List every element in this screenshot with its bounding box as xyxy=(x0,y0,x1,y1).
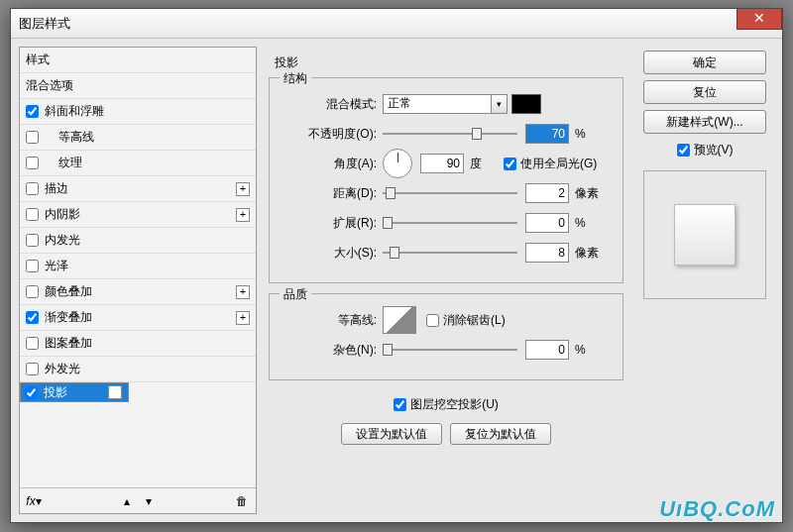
styles-header-label: 样式 xyxy=(26,52,50,68)
knockout-checkbox[interactable] xyxy=(394,398,406,411)
antialias-label: 消除锯齿(L) xyxy=(443,312,506,329)
cancel-button[interactable]: 复位 xyxy=(643,80,766,104)
trash-icon[interactable]: 🗑 xyxy=(234,493,250,509)
size-unit: 像素 xyxy=(575,245,609,262)
spread-slider[interactable] xyxy=(383,220,517,226)
style-row-4[interactable]: 内阴影+ xyxy=(20,202,256,228)
style-row-11[interactable]: 投影+ xyxy=(20,382,129,402)
add-effect-icon[interactable]: + xyxy=(236,285,250,299)
defaults-row: 设置为默认值 复位为默认值 xyxy=(269,420,623,448)
dialog-body: 样式 混合选项 斜面和浮雕等高线纹理描边+内阴影+内发光光泽颜色叠加+渐变叠加+… xyxy=(11,39,782,522)
add-effect-icon[interactable]: + xyxy=(236,182,250,196)
antialias-checkbox[interactable] xyxy=(426,314,439,327)
quality-fieldset: 品质 等高线: 消除锯齿(L) 杂色(N): 0 % xyxy=(269,293,623,380)
preview-box xyxy=(643,170,766,299)
style-checkbox[interactable] xyxy=(26,260,39,272)
noise-input[interactable]: 0 xyxy=(525,340,569,360)
style-row-1[interactable]: 等高线 xyxy=(20,125,256,151)
style-checkbox[interactable] xyxy=(26,105,39,118)
style-label: 等高线 xyxy=(58,129,94,146)
style-row-2[interactable]: 纹理 xyxy=(20,151,256,176)
new-style-button[interactable]: 新建样式(W)... xyxy=(643,110,766,134)
opacity-slider[interactable] xyxy=(383,131,517,137)
titlebar[interactable]: 图层样式 ✕ xyxy=(11,9,782,39)
style-checkbox[interactable] xyxy=(26,285,39,298)
angle-dial[interactable] xyxy=(383,149,412,178)
fx-icon[interactable]: fx▾ xyxy=(26,493,42,509)
size-input[interactable]: 8 xyxy=(525,243,569,263)
spread-input[interactable]: 0 xyxy=(525,213,569,233)
blend-mode-select[interactable]: 正常 ▾ xyxy=(383,94,508,114)
distance-input[interactable]: 2 xyxy=(525,183,569,203)
contour-picker[interactable] xyxy=(383,306,416,334)
distance-slider[interactable] xyxy=(383,190,517,196)
style-row-5[interactable]: 内发光 xyxy=(20,228,256,254)
styles-header[interactable]: 样式 xyxy=(20,48,256,73)
spread-unit: % xyxy=(575,216,609,230)
angle-label: 角度(A): xyxy=(283,156,383,172)
preview-swatch xyxy=(674,204,736,266)
knockout-label: 图层挖空投影(U) xyxy=(410,396,499,413)
quality-legend: 品质 xyxy=(280,286,311,303)
style-row-0[interactable]: 斜面和浮雕 xyxy=(20,99,256,125)
angle-unit: 度 xyxy=(470,156,504,172)
noise-label: 杂色(N): xyxy=(283,342,383,359)
style-row-3[interactable]: 描边+ xyxy=(20,176,256,202)
style-label: 纹理 xyxy=(58,155,82,171)
style-checkbox[interactable] xyxy=(25,386,38,399)
noise-row: 杂色(N): 0 % xyxy=(283,336,609,364)
style-checkbox[interactable] xyxy=(26,311,39,324)
set-default-button[interactable]: 设置为默认值 xyxy=(341,423,442,445)
style-checkbox[interactable] xyxy=(26,157,39,169)
down-icon[interactable]: ▾ xyxy=(141,493,157,509)
section-title: 投影 xyxy=(275,54,623,71)
angle-row: 角度(A): 90 度 使用全局光(G) xyxy=(283,150,609,177)
up-icon[interactable]: ▴ xyxy=(119,493,135,509)
style-checkbox[interactable] xyxy=(26,182,39,195)
style-row-6[interactable]: 光泽 xyxy=(20,254,256,279)
settings-panel: 投影 结构 混合模式: 正常 ▾ 不透明度(O): 70 % xyxy=(257,47,635,514)
global-light-label: 使用全局光(G) xyxy=(520,156,597,172)
spread-label: 扩展(R): xyxy=(283,215,383,232)
style-label: 渐变叠加 xyxy=(45,309,92,326)
blend-mode-label: 混合模式: xyxy=(283,96,383,113)
style-label: 投影 xyxy=(44,384,67,401)
angle-input[interactable]: 90 xyxy=(420,154,464,173)
style-row-10[interactable]: 外发光 xyxy=(20,357,256,382)
contour-row: 等高线: 消除锯齿(L) xyxy=(283,306,609,334)
global-light-checkbox[interactable] xyxy=(504,158,516,170)
style-row-8[interactable]: 渐变叠加+ xyxy=(20,305,256,331)
watermark: UıBQ.CoM xyxy=(659,496,775,522)
reset-default-button[interactable]: 复位为默认值 xyxy=(450,423,551,445)
noise-slider[interactable] xyxy=(383,347,517,353)
dialog-title: 图层样式 xyxy=(19,15,70,33)
style-label: 斜面和浮雕 xyxy=(45,103,104,120)
style-label: 光泽 xyxy=(45,258,68,274)
style-checkbox[interactable] xyxy=(26,131,39,144)
close-button[interactable]: ✕ xyxy=(736,9,782,30)
styles-list: 样式 混合选项 斜面和浮雕等高线纹理描边+内阴影+内发光光泽颜色叠加+渐变叠加+… xyxy=(20,48,256,487)
style-checkbox[interactable] xyxy=(26,234,39,247)
knockout-row: 图层挖空投影(U) xyxy=(269,390,623,418)
preview-checkbox[interactable] xyxy=(677,144,690,157)
style-label: 外发光 xyxy=(45,361,80,377)
style-checkbox[interactable] xyxy=(26,363,39,375)
opacity-input[interactable]: 70 xyxy=(525,124,569,144)
style-checkbox[interactable] xyxy=(26,337,39,350)
blend-options-row[interactable]: 混合选项 xyxy=(20,73,256,99)
style-label: 内阴影 xyxy=(45,206,80,223)
preview-toggle-row: 预览(V) xyxy=(643,142,766,159)
shadow-color-swatch[interactable] xyxy=(511,94,541,114)
opacity-unit: % xyxy=(575,127,609,141)
ok-button[interactable]: 确定 xyxy=(643,51,766,74)
style-checkbox[interactable] xyxy=(26,208,39,221)
add-effect-icon[interactable]: + xyxy=(236,208,250,222)
layer-style-dialog: 图层样式 ✕ 样式 混合选项 斜面和浮雕等高线纹理描边+内阴影+内发光光泽颜色叠… xyxy=(10,8,783,523)
add-effect-icon[interactable]: + xyxy=(108,385,122,399)
style-row-7[interactable]: 颜色叠加+ xyxy=(20,279,256,305)
style-row-9[interactable]: 图案叠加 xyxy=(20,331,256,357)
add-effect-icon[interactable]: + xyxy=(236,311,250,325)
size-slider[interactable] xyxy=(383,250,517,256)
blend-mode-value: 正常 xyxy=(383,94,492,114)
blend-options-label: 混合选项 xyxy=(26,77,73,94)
